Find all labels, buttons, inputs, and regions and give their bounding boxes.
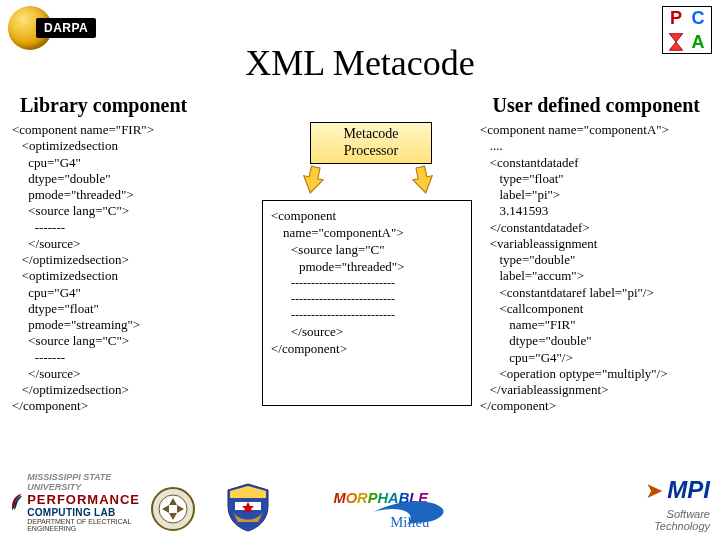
perf-dept: DEPARTMENT OF ELECTRICAL ENGINEERING bbox=[27, 518, 140, 532]
perf-lab: COMPUTING LAB bbox=[27, 507, 140, 518]
morphable-logo: MORPHABLE Milieu bbox=[330, 488, 480, 532]
processor-line2: Processor bbox=[311, 143, 431, 160]
mpi-top: MPI bbox=[667, 476, 710, 503]
mpi-arrow-icon: ➤ bbox=[645, 478, 663, 503]
gen-dashes: -------------------------- bbox=[271, 308, 463, 323]
perf-word: PERFORMANCE bbox=[27, 492, 140, 507]
svg-text:Milieu: Milieu bbox=[390, 514, 430, 530]
arrow-down-left-icon bbox=[299, 164, 326, 196]
seal-logo bbox=[150, 486, 196, 532]
gen-dashes: -------------------------- bbox=[271, 292, 463, 307]
pca-letter-c: C bbox=[687, 7, 709, 29]
generated-code-box: <component name="componentA"> <source la… bbox=[262, 200, 472, 406]
gen-line: <source lang="C" bbox=[271, 242, 463, 258]
column-header-user: User defined component bbox=[493, 94, 700, 117]
column-header-library: Library component bbox=[20, 94, 187, 117]
darpa-label: DARPA bbox=[36, 18, 96, 38]
swirl-icon bbox=[10, 483, 23, 521]
processor-line1: Metacode bbox=[311, 126, 431, 143]
shield-logo bbox=[225, 482, 271, 532]
perf-uni: MISSISSIPPI STATE UNIVERSITY bbox=[27, 472, 140, 492]
arrow-down-right-icon bbox=[409, 164, 436, 196]
user-code-block: <component name="componentA"> .... <cons… bbox=[480, 122, 712, 415]
gen-dashes: -------------------------- bbox=[271, 276, 463, 291]
gen-line: <component bbox=[271, 208, 463, 224]
gen-line: </source> bbox=[271, 324, 463, 340]
gen-line: pmode="threaded"> bbox=[271, 259, 463, 275]
gen-line: name="componentA"> bbox=[271, 225, 463, 241]
pca-letter-p: P bbox=[665, 7, 687, 29]
library-code-block: <component name="FIR"> <optimizedsection… bbox=[12, 122, 222, 415]
performance-lab-logo: MISSISSIPPI STATE UNIVERSITY PERFORMANCE… bbox=[10, 472, 140, 532]
page-title: XML Metacode bbox=[0, 42, 720, 84]
gen-line: </component> bbox=[271, 341, 463, 357]
mpi-logo: ➤ MPI Software Technology bbox=[645, 476, 710, 532]
metacode-processor-box: Metacode Processor bbox=[310, 122, 432, 164]
mpi-bot: Software Technology bbox=[654, 508, 710, 532]
